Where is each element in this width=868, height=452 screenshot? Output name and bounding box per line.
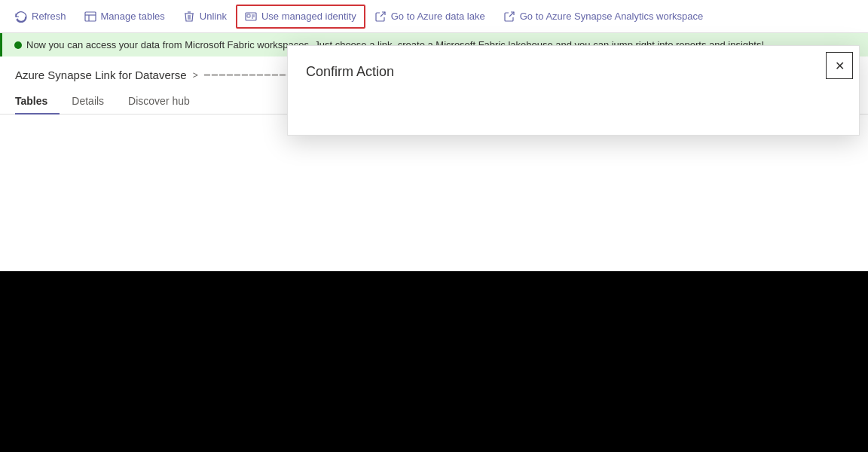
svg-line-13 — [509, 12, 514, 17]
svg-line-12 — [381, 12, 385, 17]
id-card-icon — [245, 11, 257, 23]
use-managed-identity-button[interactable]: Use managed identity — [236, 5, 365, 29]
tab-discover-hub[interactable]: Discover hub — [116, 89, 202, 115]
external-link-icon-2 — [503, 11, 515, 23]
dialog-title: Confirm Action — [288, 46, 859, 92]
svg-rect-8 — [247, 14, 250, 17]
go-to-azure-data-lake-button[interactable]: Go to Azure data lake — [365, 5, 494, 29]
notification-dot — [14, 41, 22, 49]
refresh-label: Refresh — [32, 11, 66, 22]
close-icon: ✕ — [835, 59, 845, 73]
tab-details[interactable]: Details — [60, 89, 116, 115]
breadcrumb-parent[interactable]: Azure Synapse Link for Dataverse — [15, 69, 187, 81]
dialog-panel: ✕ Confirm Action — [287, 45, 860, 136]
main-content: Refresh Manage tables — [0, 0, 868, 271]
toolbar: Refresh Manage tables — [0, 0, 868, 33]
go-to-azure-synapse-label: Go to Azure Synapse Analytics workspace — [520, 11, 704, 22]
manage-tables-label: Manage tables — [101, 11, 165, 22]
go-to-azure-data-lake-label: Go to Azure data lake — [391, 11, 485, 22]
use-managed-identity-label: Use managed identity — [261, 11, 356, 22]
table-icon — [84, 11, 96, 23]
svg-rect-0 — [85, 12, 96, 21]
external-link-icon-1 — [374, 11, 387, 23]
manage-tables-button[interactable]: Manage tables — [75, 5, 174, 29]
unlink-label: Unlink — [200, 11, 227, 22]
refresh-icon — [15, 11, 27, 23]
black-area — [0, 271, 868, 452]
breadcrumb-separator: > — [193, 70, 198, 81]
trash-icon — [183, 11, 195, 23]
dialog-close-button[interactable]: ✕ — [826, 52, 853, 79]
unlink-button[interactable]: Unlink — [174, 5, 236, 29]
dialog-overlay: ✕ Confirm Action — [279, 45, 868, 271]
tab-tables[interactable]: Tables — [15, 89, 60, 115]
refresh-button[interactable]: Refresh — [6, 5, 75, 29]
go-to-azure-synapse-button[interactable]: Go to Azure Synapse Analytics workspace — [494, 5, 713, 29]
